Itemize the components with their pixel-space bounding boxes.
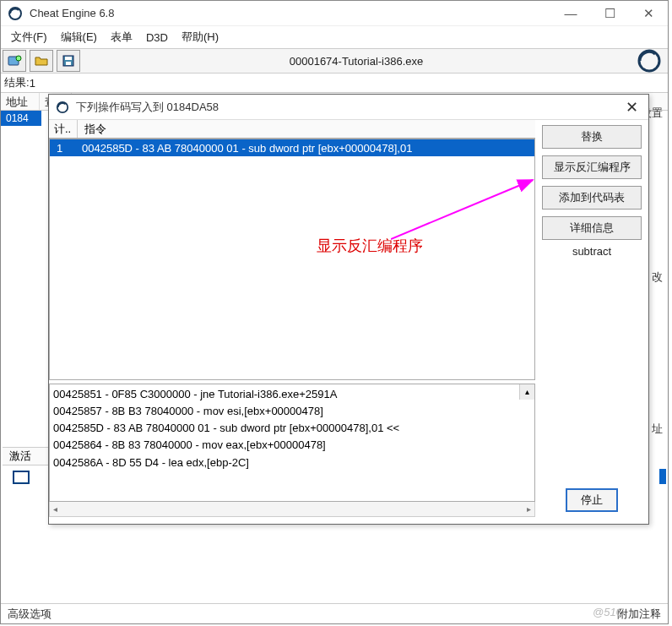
maximize-button[interactable]: ☐ — [590, 1, 629, 26]
bg-label-addr: 址 — [652, 422, 663, 437]
results-count: 1 — [30, 77, 35, 90]
advanced-options[interactable]: 高级选项 — [8, 607, 51, 622]
show-disasm-button[interactable]: 显示反汇编程序 — [542, 155, 642, 179]
watermark: @51C — [593, 606, 624, 618]
menu-d3d[interactable]: D3D — [146, 31, 168, 44]
stop-button[interactable]: 停止 — [566, 488, 618, 512]
scroll-left-icon[interactable]: ◂ — [53, 504, 57, 514]
toolbar: 00001674-Tutorial-i386.exe — [1, 48, 668, 73]
add-to-codelist-button[interactable]: 添加到代码表 — [542, 186, 642, 210]
menu-edit[interactable]: 编辑(E) — [61, 30, 97, 45]
activate-checkbox[interactable] — [13, 471, 30, 484]
svg-rect-4 — [65, 57, 72, 60]
activate-header[interactable]: 激活 — [3, 447, 48, 465]
save-button[interactable] — [57, 50, 80, 72]
cheat-table-selection — [659, 469, 666, 484]
row-instruction: 0042585D - 83 AB 78040000 01 - sub dword… — [79, 142, 415, 155]
disasm-line: 00425864 - 8B 83 78040000 - mov eax,[ebx… — [53, 437, 531, 454]
opcode-list[interactable]: 1 0042585D - 83 AB 78040000 01 - sub dwo… — [49, 139, 535, 380]
col-address[interactable]: 地址 — [1, 93, 40, 110]
scroll-up-icon[interactable]: ▴ — [519, 384, 534, 400]
ce-logo-icon — [631, 49, 668, 73]
dialog-title: 下列操作码写入到 0184DA58 — [76, 100, 615, 115]
disasm-line: 0042585D - 83 AB 78040000 01 - sub dword… — [53, 420, 531, 437]
subtract-label: subtract — [542, 245, 642, 258]
scroll-right-icon[interactable]: ▸ — [527, 504, 531, 514]
horizontal-scrollbar[interactable]: ◂ ▸ — [49, 502, 535, 517]
open-file-button[interactable] — [30, 50, 53, 72]
menu-bar: 文件(F) 编辑(E) 表单 D3D 帮助(H) — [1, 26, 668, 48]
opcode-dialog: 下列操作码写入到 0184DA58 ✕ 计.. 指令 1 0042585D - … — [48, 94, 649, 525]
results-label: 结果: — [4, 75, 30, 90]
app-title: Cheat Engine 6.8 — [30, 7, 551, 19]
minimize-button[interactable]: — — [551, 1, 590, 26]
col-count[interactable]: 计.. — [49, 120, 78, 138]
results-bar: 结果: 1 — [1, 73, 668, 92]
replace-button[interactable]: 替换 — [542, 125, 642, 149]
list-item[interactable]: 1 0042585D - 83 AB 78040000 01 - sub dwo… — [50, 139, 534, 156]
process-label: 00001674-Tutorial-i386.exe — [82, 55, 631, 68]
menu-help[interactable]: 帮助(H) — [182, 30, 219, 45]
dialog-icon — [49, 101, 76, 114]
bg-label-modify: 改 — [652, 269, 663, 285]
disassembly-box[interactable]: ▴ 00425851 - 0F85 C3000000 - jne Tutoria… — [49, 384, 535, 502]
menu-file[interactable]: 文件(F) — [11, 30, 47, 45]
title-bar: Cheat Engine 6.8 — ☐ ✕ — [1, 1, 668, 26]
col-instruction[interactable]: 指令 — [78, 120, 535, 138]
status-bar: 高级选项 附加注释 — [1, 603, 668, 623]
dialog-close-button[interactable]: ✕ — [615, 98, 648, 117]
close-button[interactable]: ✕ — [629, 1, 668, 26]
app-icon — [1, 6, 30, 21]
table-row[interactable]: 0184 — [1, 111, 41, 126]
arrow-icon — [391, 173, 535, 241]
disasm-line: 00425857 - 8B B3 78040000 - mov esi,[ebx… — [53, 403, 531, 420]
svg-line-8 — [391, 180, 533, 239]
svg-rect-5 — [66, 62, 71, 65]
disasm-line: 00425851 - 0F85 C3000000 - jne Tutorial-… — [53, 386, 531, 403]
select-process-button[interactable] — [3, 50, 26, 72]
menu-table[interactable]: 表单 — [111, 30, 133, 45]
opcode-list-header: 计.. 指令 — [49, 120, 535, 139]
svg-point-2 — [16, 56, 21, 61]
details-button[interactable]: 详细信息 — [542, 216, 642, 240]
disasm-line: 0042586A - 8D 55 D4 - lea edx,[ebp-2C] — [53, 455, 531, 471]
row-count: 1 — [50, 142, 79, 155]
